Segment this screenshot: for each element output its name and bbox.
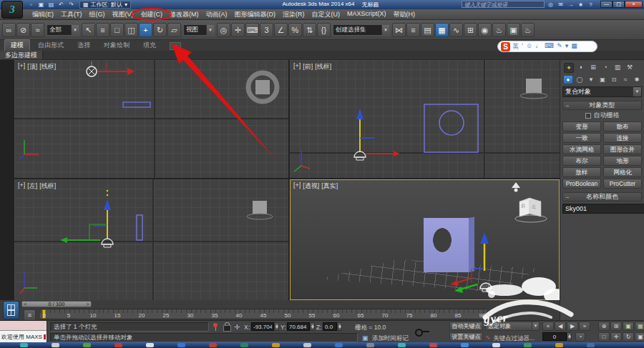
morph-button[interactable]: 变形 [562, 121, 601, 131]
ime-logo-icon[interactable]: S [501, 42, 510, 51]
viewport-menu-plus[interactable]: [+] [293, 62, 301, 71]
tab-modeling[interactable]: 建模 [4, 39, 30, 51]
workspace-dropdown[interactable]: ▦ 工作区: 默认 ▾ [79, 1, 131, 9]
menu-customize[interactable]: 自定义(U) [308, 10, 344, 19]
y-spinner[interactable] [310, 322, 315, 331]
light-move-gizmo[interactable] [60, 190, 113, 247]
ime-mode-icon[interactable]: 英 [512, 42, 519, 51]
wall-object-top-view[interactable] [123, 102, 150, 107]
window-crossing-icon[interactable]: ◫ [125, 23, 138, 37]
shapes-category-icon[interactable]: ◯ [575, 75, 585, 84]
taskbar-app-icon[interactable] [398, 343, 406, 347]
ime-tools-icon[interactable]: ✎ [557, 42, 562, 51]
timeline-tick-15[interactable]: 15 [114, 312, 121, 319]
lights-category-icon[interactable]: ▼ [586, 75, 596, 84]
time-configuration-icon[interactable]: ◔ [575, 332, 585, 342]
select-and-rotate-icon[interactable]: ↻ [153, 23, 167, 37]
menu-graph-editors[interactable]: 图形编辑器(D) [231, 10, 280, 19]
timeline-tick-40[interactable]: 40 [236, 312, 243, 319]
play-animation-icon[interactable]: ▶ [567, 322, 578, 331]
menu-edit[interactable]: 编辑(E) [29, 10, 57, 19]
taskbar-app-icon[interactable] [177, 343, 185, 347]
select-and-link-icon[interactable]: ∞ [2, 23, 16, 37]
ime-punct-icon[interactable]: ’ [522, 42, 523, 51]
taskbar-app-icon[interactable] [492, 343, 500, 347]
rectangular-selection-region-icon[interactable]: □ [110, 23, 124, 37]
snaps-toggle-icon[interactable]: 3 [260, 23, 273, 37]
save-file-icon[interactable]: ▤ [47, 1, 55, 9]
menu-maxscript[interactable]: MAXScript(X) [343, 10, 390, 19]
layer-manager-icon[interactable]: ▤ [421, 23, 434, 37]
previous-frame-arrow[interactable]: < [22, 302, 29, 307]
wall-object-left-view[interactable] [137, 215, 142, 240]
reference-coordinate-dropdown[interactable]: 视图▼ [183, 24, 215, 36]
z-spinner[interactable] [337, 322, 342, 331]
taskbar-app-icon[interactable] [461, 343, 469, 347]
viewport-menu-view[interactable]: [前] [303, 62, 313, 71]
track-bar[interactable]: 051015202530354045505560657075808590 [40, 309, 487, 319]
timeline-tick-85[interactable]: 85 [455, 312, 462, 319]
render-setup-icon[interactable]: ♨ [492, 23, 506, 37]
tab-populate[interactable]: 填充 [137, 40, 162, 51]
timeline-tick-20[interactable]: 20 [139, 312, 145, 319]
unlink-selection-icon[interactable]: ⊘ [16, 23, 30, 37]
taskbar-app-icon[interactable] [146, 343, 154, 347]
z-coordinate-field[interactable] [323, 322, 337, 331]
systems-category-icon[interactable]: ✱ [632, 75, 642, 84]
app-logo-icon[interactable]: 3 [1, 1, 23, 19]
favorites-icon[interactable]: ★ [577, 1, 585, 8]
rendered-frame-window-icon[interactable]: ▣ [507, 23, 520, 37]
named-selection-sets-dropdown[interactable]: 创建选择集▼ [333, 24, 390, 36]
ime-voice-icon[interactable]: ♩ [535, 42, 542, 51]
blobmesh-button[interactable]: 水滴网格 [562, 144, 601, 154]
geometry-category-icon[interactable]: ● [563, 75, 573, 84]
communication-center-icon[interactable]: ✉ [557, 1, 565, 8]
tab-freeform[interactable]: 自由形式 [32, 40, 69, 51]
current-frame-field[interactable] [542, 332, 567, 341]
viewport-menu-plus[interactable]: [+] [293, 182, 301, 191]
proboolean-button[interactable]: ProBoolean [562, 179, 601, 189]
scatter-button[interactable]: 散布 [603, 121, 642, 131]
object-type-rollout[interactable]: − 对象类型 [562, 101, 642, 110]
angle-snap-icon[interactable]: ∠ [274, 23, 288, 37]
taskbar-app-icon[interactable] [555, 343, 563, 347]
ime-keyboard-icon[interactable]: ⌨ [545, 42, 554, 51]
taskbar-app-icon[interactable] [335, 343, 343, 347]
timeline-tick-0[interactable]: 0 [43, 312, 46, 319]
menu-create[interactable]: 创建(C) [137, 10, 167, 19]
listener-macro-row[interactable] [0, 321, 47, 331]
viewport-left[interactable]: [+] [左] [线框] [14, 179, 288, 300]
taskbar-app-icon[interactable] [209, 343, 217, 347]
viewport-menu-shading[interactable]: [真实] [321, 182, 338, 191]
polygon-modeling-panel[interactable]: 多边形建模 [0, 51, 43, 59]
timeline-tick-30[interactable]: 30 [187, 312, 194, 319]
selection-lock-icon[interactable] [223, 322, 230, 331]
go-to-start-icon[interactable]: « [542, 322, 554, 331]
viewport-menu-shading[interactable]: [线框] [39, 62, 56, 71]
timeline-tick-80[interactable]: 80 [431, 312, 437, 319]
mesher-button[interactable]: 网格化 [603, 167, 642, 177]
frame-spinner[interactable] [567, 332, 572, 341]
taskbar-app-icon[interactable] [240, 343, 248, 347]
menu-views[interactable]: 视图(V) [109, 10, 137, 19]
select-and-scale-icon[interactable]: ▱ [167, 23, 181, 37]
select-by-name-icon[interactable]: ≡ [96, 23, 109, 37]
create-tab-icon[interactable]: ✦ [564, 63, 574, 73]
undo-icon[interactable]: ↶ [57, 1, 65, 9]
taskbar-app-icon[interactable] [366, 343, 374, 347]
previous-frame-icon[interactable]: ◀ [555, 322, 566, 331]
orbit-icon[interactable]: ↻ [623, 332, 634, 342]
next-frame-arrow[interactable]: > [84, 302, 91, 307]
timeline-tick-45[interactable]: 45 [260, 312, 267, 319]
timeline-tick-35[interactable]: 35 [212, 312, 218, 319]
ime-skin-icon[interactable]: ▾ [565, 42, 569, 51]
taskbar-app-icon[interactable] [303, 343, 311, 347]
connect-button[interactable]: 连接 [603, 133, 642, 143]
viewport-menu-plus[interactable]: [+] [18, 182, 25, 191]
timeline-tick-25[interactable]: 25 [163, 312, 170, 319]
zoom-all-icon[interactable]: ⊞ [610, 322, 622, 331]
procutter-button[interactable]: ProCutter [603, 179, 642, 189]
percent-snap-icon[interactable]: % [288, 23, 302, 37]
set-key-button[interactable]: 设置关键点 [449, 332, 483, 342]
render-production-icon[interactable]: ♨ [521, 23, 535, 37]
